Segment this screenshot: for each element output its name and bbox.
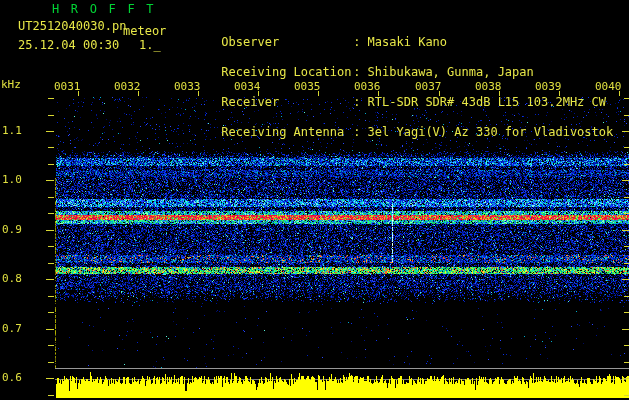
freq-label-1.0: 1.0 [2, 174, 22, 185]
time-label-0034: 0034 [234, 81, 261, 92]
status-counter: 1._ [139, 40, 161, 50]
info-separator: : [353, 127, 360, 137]
info-row-antenna: Receiving Antenna:3el Yagi(V) Az 330 for… [178, 117, 613, 127]
time-label-0036: 0036 [354, 81, 381, 92]
observation-name: meteor [123, 26, 166, 36]
info-separator: : [353, 37, 360, 47]
time-label-0035: 0035 [294, 81, 321, 92]
time-label-0037: 0037 [415, 81, 442, 92]
station-info-block: Observer:Masaki Kano Receiving Location:… [178, 7, 613, 147]
freq-label-1.1: 1.1 [2, 125, 22, 136]
freq-label-0.6: 0.6 [2, 372, 22, 383]
freq-label-0.8: 0.8 [2, 273, 22, 284]
info-label: Receiving Antenna [221, 127, 353, 137]
info-row-observer: Observer:Masaki Kano [178, 27, 613, 37]
time-label-0033: 0033 [174, 81, 201, 92]
time-label-0039: 0039 [535, 81, 562, 92]
hrofft-window: H R O F F T UT2512040030.pn meteor 25.12… [0, 0, 629, 400]
info-value: RTL-SDR SDR# 43dB L15 103.2MHz CW [361, 97, 606, 107]
info-row-location: Receiving Location:Shibukawa, Gunma, Jap… [178, 57, 613, 67]
freq-unit-label: kHz [1, 79, 21, 90]
info-label: Observer [221, 37, 353, 47]
info-value: 3el Yagi(V) Az 330 for Vladivostok [361, 127, 614, 137]
app-title: H R O F F T [52, 3, 156, 15]
freq-label-0.9: 0.9 [2, 224, 22, 235]
observation-datetime: 25.12.04 00:30 [18, 40, 119, 50]
info-label: Receiving Location [221, 67, 353, 77]
time-label-0038: 0038 [475, 81, 502, 92]
freq-label-0.7: 0.7 [2, 323, 22, 334]
time-label-0032: 0032 [114, 81, 141, 92]
time-label-0040: 0040 [595, 81, 622, 92]
info-label: Receiver [221, 97, 353, 107]
info-separator: : [353, 67, 360, 77]
time-label-0031: 0031 [54, 81, 81, 92]
info-value: Masaki Kano [361, 37, 447, 47]
output-filename: UT2512040030.pn [18, 21, 126, 31]
info-separator: : [353, 97, 360, 107]
info-value: Shibukawa, Gunma, Japan [361, 67, 534, 77]
